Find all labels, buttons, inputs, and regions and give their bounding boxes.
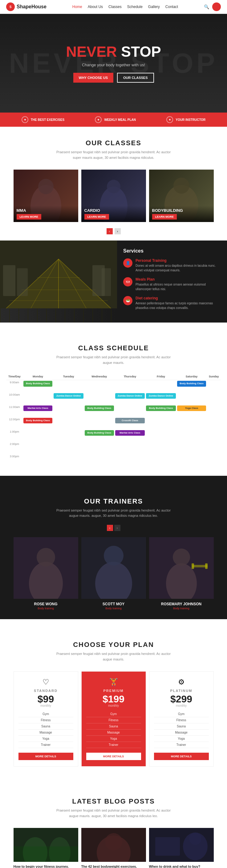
svg-point-28 — [173, 549, 190, 566]
schedule-cell-r6-c2 — [53, 454, 84, 467]
plans-header: CHOOSE YOUR PLAN Praesent semper feugiat… — [6, 628, 221, 665]
strip-item-meal: ✦ WEEKLY MEAL PLAN — [95, 116, 136, 123]
feature-pre-5: Yoga — [86, 736, 141, 742]
class-cardio-btn[interactable]: LEARN MORE — [85, 214, 109, 220]
schedule-cell-r0-c6: Body Building Class — [176, 380, 207, 393]
nav-schedule[interactable]: Schedule — [127, 5, 142, 9]
strip-icon-1: ✦ — [22, 116, 28, 123]
svg-point-1 — [38, 179, 54, 194]
class-cardio-title: CARDIO — [85, 208, 143, 213]
svg-point-22 — [37, 548, 55, 566]
schedule-time-4: 1:00pm — [6, 430, 23, 442]
why-choose-btn[interactable]: WHY CHOOSE US — [73, 73, 114, 83]
classes-next[interactable]: › — [115, 228, 121, 234]
blog-title: LATEST BLOG POSTS — [12, 797, 215, 805]
schedule-cell-r6-c3 — [84, 454, 115, 467]
logo-icon: S — [6, 2, 15, 11]
svg-rect-19 — [102, 268, 111, 296]
svg-point-42 — [189, 833, 201, 845]
class-card-bodybuilding[interactable]: BODYBUILDING LEARN MORE — [149, 169, 214, 222]
feature-std-1: Gym — [19, 711, 73, 717]
blog-subtitle: Praesent semper feugiat nibh sed pulvina… — [52, 808, 175, 819]
plan-card-standard: ♡ STANDARD $99 monthly Gym Fitness Sauna… — [13, 671, 78, 767]
plan-card-premium: 🏋 PREMIUM $199 monthly Gym Fitness Sauna… — [81, 671, 146, 767]
trainers-title: OUR TRAINERS — [12, 497, 215, 505]
logo[interactable]: S ShapeHouse — [6, 2, 46, 11]
feature-std-3: Sauna — [19, 723, 73, 730]
search-icon[interactable]: 🔍 — [204, 4, 209, 9]
strip-icon-2: ✦ — [95, 116, 102, 123]
nav-classes[interactable]: Classes — [108, 5, 122, 9]
nav-contact[interactable]: Contact — [165, 5, 178, 9]
classes-prev[interactable]: ‹ — [106, 228, 113, 234]
service-icon-meals: 🍽 — [123, 277, 132, 286]
nav-home[interactable]: Home — [72, 5, 82, 9]
strip-item-exercises: ✦ THE BEST EXERCISES — [22, 116, 64, 123]
trainers-prev[interactable]: ‹ — [107, 525, 113, 531]
svg-point-5 — [173, 178, 189, 194]
class-body-overlay: BODYBUILDING LEARN MORE — [149, 206, 214, 222]
schedule-col-thu: Thursday — [115, 373, 146, 380]
avatar — [212, 2, 221, 11]
schedule-cell-r4-c5 — [145, 430, 176, 442]
schedule-time-6: 3:00pm — [6, 454, 23, 467]
class-body-btn[interactable]: LEARN MORE — [152, 214, 177, 220]
schedule-cell-r5-c1 — [23, 442, 53, 454]
plan-icon-premium: 🏋 — [86, 678, 141, 686]
plan-btn-platinum[interactable]: MORE DETAILS — [154, 753, 209, 760]
class-card-cardio[interactable]: CARDIO LEARN MORE — [81, 169, 146, 222]
class-mma-btn[interactable]: LEARN MORE — [17, 214, 41, 220]
schedule-cell-r6-c1 — [23, 454, 53, 467]
trainers-header: OUR TRAINERS Praesent semper feugiat nib… — [6, 485, 221, 522]
logo-text: ShapeHouse — [17, 4, 46, 9]
our-classes-btn[interactable]: OUR CLASSES — [117, 73, 154, 83]
trainer-role-3: Body training — [149, 607, 214, 610]
schedule-cell-r4-c1 — [23, 430, 53, 442]
schedule-time-0: 9:00am — [6, 380, 23, 393]
schedule-time-2: 11:00am — [6, 405, 23, 417]
class-card-mma[interactable]: MMA LEARN MORE — [13, 169, 78, 222]
schedule-cell-r0-c2 — [53, 380, 84, 393]
feature-std-4: Massage — [19, 730, 73, 736]
class-body-title: BODYBUILDING — [152, 208, 211, 213]
schedule-cell-r3-c3 — [84, 417, 115, 430]
plan-name-platinum: PLATINUM — [154, 689, 209, 692]
classes-title: OUR CLASSES — [6, 139, 221, 147]
blog-title-1: How to begin your fitness journey. — [13, 864, 78, 868]
plan-btn-standard[interactable]: MORE DETAILS — [19, 753, 73, 760]
schedule-cell-r4-c4: Martial Arts Class — [115, 430, 146, 442]
service-item-training: 👤 Personal Training Donec at velit ornar… — [123, 258, 221, 273]
nav-links: Home About Us Classes Schedule Gallery C… — [72, 5, 178, 9]
service-name-2: Meals Plan — [135, 277, 221, 281]
schedule-col-mon: Monday — [23, 373, 53, 380]
plan-btn-premium[interactable]: MORE DETAILS — [86, 753, 141, 760]
schedule-cell-r1-c2: Zumba Dance Online — [53, 393, 84, 405]
classes-nav: ‹ › — [0, 228, 227, 241]
nav-about[interactable]: About Us — [88, 5, 103, 9]
svg-rect-16 — [3, 265, 15, 296]
service-icon-training: 👤 — [123, 258, 132, 268]
trainers-next[interactable]: › — [114, 525, 121, 531]
trainer-card-2: SCOTT MOY Body training — [81, 537, 146, 610]
schedule-table: Time/Day Monday Tuesday Wednesday Thursd… — [6, 373, 221, 467]
classes-subtitle: Praesent semper feugiat nibh sed pulvina… — [52, 150, 175, 160]
schedule-cell-r2-c4 — [115, 405, 146, 417]
trainer-name-3: ROSEMARY JOHNSON — [149, 602, 214, 606]
services-title: Services — [123, 248, 221, 254]
feature-pla-6: Trainer — [154, 742, 209, 748]
schedule-time-3: 12:00pm — [6, 417, 23, 430]
trainer-role-1: Body training — [13, 607, 78, 610]
nav-gallery[interactable]: Gallery — [148, 5, 160, 9]
svg-point-3 — [107, 180, 121, 193]
schedule-col-wed: Wednesday — [84, 373, 115, 380]
schedule-col-sat: Saturday — [176, 373, 207, 380]
schedule-cell-r5-c6 — [176, 442, 207, 454]
schedule-cell-r5-c2 — [53, 442, 84, 454]
schedule-cell-r4-c2 — [53, 430, 84, 442]
schedule-cell-r2-c5: Body Building Class — [145, 405, 176, 417]
trainer-img-1 — [13, 537, 78, 599]
service-item-diet: 🥗 Diet catering Aenean pellentesque fame… — [123, 296, 221, 310]
blog-card-3: When to drink and what to buy? Torque cu… — [149, 828, 214, 868]
blog-section: LATEST BLOG POSTS Praesent semper feugia… — [0, 776, 227, 868]
class-mma-overlay: MMA LEARN MORE — [13, 206, 78, 222]
